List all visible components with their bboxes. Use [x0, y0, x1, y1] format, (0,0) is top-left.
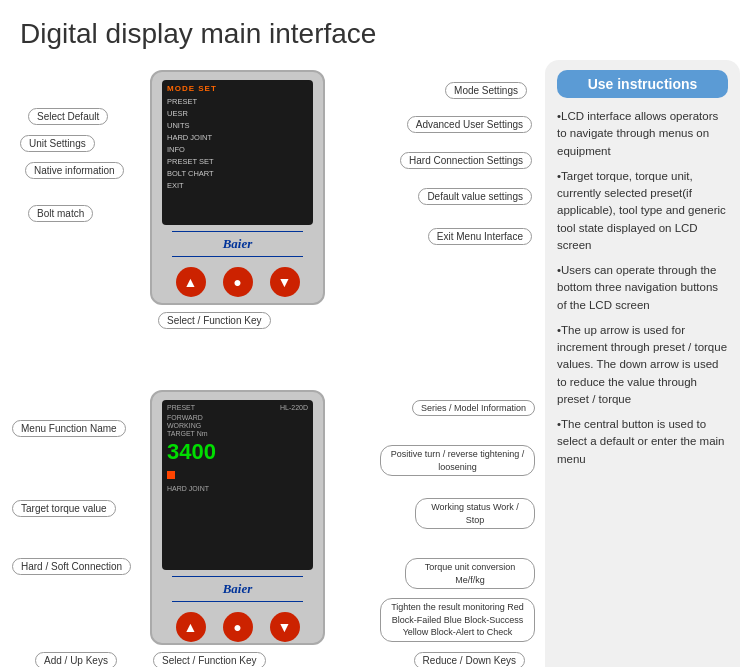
instruction-point-1: •LCD interface allows operators to navig… — [557, 108, 728, 160]
bottom-screen-target: TARGET Nm — [167, 430, 308, 437]
label-add-up: Add / Up Keys — [35, 652, 117, 667]
label-tighten: Tighten the result monitoring Red Block-… — [380, 598, 535, 642]
label-exit-menu: Exit Menu Interface — [428, 228, 532, 245]
instruction-point-4: •The up arrow is used for increment thro… — [557, 322, 728, 408]
btn-down-bottom[interactable]: ▼ — [270, 612, 300, 642]
label-hard-soft: Hard / Soft Connection — [12, 558, 131, 575]
baier-underline — [172, 231, 303, 232]
label-target-torque: Target torque value — [12, 500, 116, 517]
bottom-screen-working: WORKING — [167, 422, 308, 429]
label-select-default: Select Default — [28, 108, 108, 125]
label-select-fn-bottom: Select / Function Key — [153, 652, 266, 667]
label-native-info: Native information — [25, 162, 124, 179]
btn-center-bottom[interactable]: ● — [223, 612, 253, 642]
screen-menu-units: UNITS — [167, 120, 308, 132]
top-device: MODE SET PRESET UESR UNITS HARD JOINT IN… — [150, 70, 325, 305]
bottom-screen-forward: FORWARD — [167, 414, 308, 421]
label-hard-connection: Hard Connection Settings — [400, 152, 532, 169]
page-title: Digital display main interface — [0, 0, 750, 60]
model-label: HL-220D — [280, 404, 308, 411]
label-advanced-user: Advanced User Settings — [407, 116, 532, 133]
label-reduce-down: Reduce / Down Keys — [414, 652, 525, 667]
screen-menu-preset: PRESET — [167, 96, 308, 108]
label-series: Series / Model Information — [412, 400, 535, 416]
screen-menu-exit: EXIT — [167, 180, 308, 192]
screen-mode-header: MODE SET — [167, 84, 308, 93]
label-default-value: Default value settings — [418, 188, 532, 205]
screen-menu-bolt-chart: BOLT CHART — [167, 168, 308, 180]
instruction-point-3: •Users can operate through the bottom th… — [557, 262, 728, 314]
label-unit-settings: Unit Settings — [20, 135, 95, 152]
screen-menu-preset-set: PRESET SET — [167, 156, 308, 168]
btn-up-bottom[interactable]: ▲ — [176, 612, 206, 642]
screen-menu-info: INFO — [167, 144, 308, 156]
baier-logo-top: Baier — [152, 236, 323, 252]
use-instructions-panel: Use instructions •LCD interface allows o… — [545, 60, 740, 667]
preset-label: PRESET — [167, 404, 195, 411]
bottom-device-screen: PRESET HL-220D FORWARD WORKING TARGET Nm… — [162, 400, 313, 570]
instruction-point-5: •The central button is used to select a … — [557, 416, 728, 468]
use-instructions-header: Use instructions — [557, 70, 728, 98]
btn-center-top[interactable]: ● — [223, 267, 253, 297]
label-select-fn-top: Select / Function Key — [158, 312, 271, 329]
screen-menu-hard-joint: HARD JOINT — [167, 132, 308, 144]
label-mode-settings: Mode Settings — [445, 82, 527, 99]
baier-underline-bot — [172, 576, 303, 577]
top-device-buttons: ▲ ● ▼ — [152, 261, 323, 303]
bottom-screen-preset-row: PRESET HL-220D — [167, 404, 308, 411]
bottom-screen-indicator — [167, 471, 175, 479]
label-torque-unit: Torque unit conversion Me/f/kg — [405, 558, 535, 589]
screen-menu-uesr: UESR — [167, 108, 308, 120]
use-instructions-text: •LCD interface allows operators to navig… — [557, 108, 728, 468]
bottom-device-buttons: ▲ ● ▼ — [152, 606, 323, 648]
baier-logo-bottom: Baier — [152, 581, 323, 597]
top-device-screen: MODE SET PRESET UESR UNITS HARD JOINT IN… — [162, 80, 313, 225]
bottom-screen-value: 3400 — [167, 439, 308, 465]
btn-down-top[interactable]: ▼ — [270, 267, 300, 297]
label-working-status: Working status Work / Stop — [415, 498, 535, 529]
bottom-screen-hard-joint: HARD JOINT — [167, 485, 308, 492]
label-menu-function: Menu Function Name — [12, 420, 126, 437]
baier-underline2 — [172, 256, 303, 257]
bottom-device: PRESET HL-220D FORWARD WORKING TARGET Nm… — [150, 390, 325, 645]
btn-up-top[interactable]: ▲ — [176, 267, 206, 297]
label-bolt-match: Bolt match — [28, 205, 93, 222]
baier-underline-bot2 — [172, 601, 303, 602]
label-positive: Positive turn / reverse tightening / loo… — [380, 445, 535, 476]
instruction-point-2: •Target torque, torque unit, currently s… — [557, 168, 728, 254]
